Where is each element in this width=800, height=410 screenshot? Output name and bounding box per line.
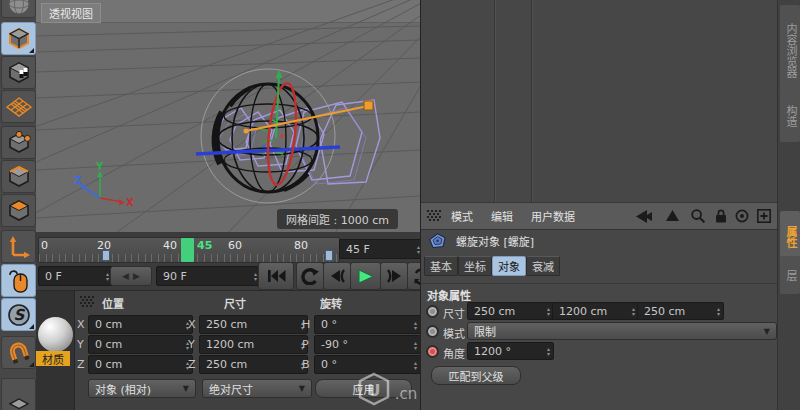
timeline: 0 20 40 60 80 45 45 F 0 F ◀▶ 90 F [36, 232, 420, 290]
size-y-field[interactable]: 1200 cm [199, 335, 308, 354]
menu-user-data[interactable]: 用户数据 [531, 208, 575, 224]
material-thumbnail[interactable] [38, 317, 73, 352]
attr-size-z-field[interactable]: 250 cm [637, 302, 724, 320]
prev-key-icon [301, 268, 319, 285]
spinner-icon[interactable] [547, 306, 550, 316]
rot-h-field[interactable]: 0 ° [314, 315, 421, 334]
tab-falloff[interactable]: 衰减 [526, 256, 560, 276]
tick-60: 60 [228, 239, 242, 252]
range-arrows-button[interactable]: ◀▶ [110, 266, 152, 286]
keyframe-dot-size[interactable] [426, 305, 439, 318]
search-icon[interactable] [691, 209, 705, 223]
apply-button[interactable]: 应用 [315, 379, 412, 398]
menu-edit[interactable]: 编辑 [491, 208, 513, 224]
goto-start-button[interactable] [258, 262, 294, 290]
pos-y-field[interactable]: 0 cm [88, 335, 193, 354]
tick-0: 0 [41, 239, 48, 252]
spinner-icon[interactable] [547, 346, 550, 356]
timeline-ruler[interactable]: 0 20 40 60 80 45 [38, 237, 340, 263]
object-manager-empty[interactable] [421, 0, 777, 202]
axis-mode-icon[interactable] [1, 230, 36, 263]
tab-content-browser[interactable]: 内容浏览器 [780, 5, 800, 95]
angle-field[interactable]: 1200 ° [467, 342, 554, 360]
tab-structure[interactable]: 构造 [780, 90, 800, 142]
workplane-mode-icon[interactable] [1, 90, 36, 123]
fit-to-parent-button[interactable]: 匹配到父级 [431, 366, 521, 385]
coordinate-manager: 材质 位置 尺寸 旋转 X 0 cm X 250 cm H 0 ° Y 0 cm… [36, 290, 420, 410]
position-mode-dropdown[interactable]: 对象 (相对)▼ [88, 379, 196, 398]
menu-mode[interactable]: 模式 [451, 208, 473, 224]
keyframe-dot-angle[interactable] [426, 345, 439, 358]
next-frame-button[interactable] [380, 262, 408, 290]
right-panel: 模式 编辑 用户数据 螺旋对象 [螺旋] 基本 坐标 对象 衰减 对象属性 尺寸… [420, 0, 800, 410]
size-mode-dropdown[interactable]: 绝对尺寸▼ [202, 379, 312, 398]
points-mode-icon[interactable] [1, 126, 36, 159]
render-view-icon[interactable] [1, 0, 36, 18]
magnet-tool-icon[interactable] [1, 336, 36, 369]
keyframe-dot-mode[interactable] [426, 325, 439, 338]
perspective-viewport[interactable]: Y Z X 透视视图 网格间距 : 1000 cm [36, 0, 420, 233]
spinner-icon[interactable] [414, 320, 417, 330]
tab-basic[interactable]: 基本 [424, 256, 458, 276]
attr-size-y-field[interactable]: 1200 cm [552, 302, 639, 320]
size-x-field[interactable]: 250 cm [199, 315, 308, 334]
spinner-icon[interactable] [717, 306, 720, 316]
spinner-icon[interactable] [254, 271, 257, 281]
prev-key-button[interactable] [296, 262, 324, 290]
spinner-icon[interactable] [414, 360, 417, 370]
tick-40: 40 [163, 239, 177, 252]
rot-b-field[interactable]: 0 ° [314, 355, 421, 374]
size-header: 尺寸 [224, 295, 246, 311]
attribute-menu-bar: 模式 编辑 用户数据 [421, 202, 777, 230]
tab-layers[interactable]: 层 [780, 256, 800, 294]
grid-spacing-chip: 网格间距 : 1000 cm [277, 209, 398, 229]
goto-start-icon [266, 269, 286, 283]
pos-x-field[interactable]: 0 cm [88, 315, 193, 334]
track-target-icon[interactable] [735, 209, 749, 223]
material-manager: 材质 [36, 291, 75, 410]
material-tab[interactable]: 材质 [36, 351, 70, 366]
drag-handle-icon[interactable] [80, 296, 94, 308]
spinner-icon[interactable] [414, 340, 417, 350]
current-frame-field[interactable]: 45 F [339, 239, 424, 259]
up-one-level-icon[interactable] [666, 210, 679, 223]
drag-handle-icon[interactable] [427, 210, 441, 222]
end-frame-field[interactable]: 90 F [156, 266, 261, 286]
start-frame-field[interactable]: 0 F [38, 266, 113, 286]
play-button[interactable] [350, 262, 381, 290]
object-title: 螺旋对象 [螺旋] [456, 233, 534, 249]
spinner-icon[interactable] [632, 306, 635, 316]
attr-size-x-field[interactable]: 250 cm [467, 302, 554, 320]
cinema4d-window: S [0, 0, 800, 410]
size-z-field[interactable]: 250 cm [199, 355, 308, 374]
snap-s-icon[interactable]: S [1, 298, 36, 331]
chevron-down-icon: ▼ [764, 327, 770, 336]
texture-mode-icon[interactable] [1, 56, 36, 89]
mode-dropdown[interactable]: 限制▼ [467, 322, 777, 340]
bottom-tool-partial-icon[interactable] [1, 378, 36, 410]
history-back-icon[interactable] [635, 210, 652, 223]
new-panel-icon[interactable] [757, 209, 771, 223]
lock-icon[interactable] [715, 209, 727, 223]
spline-end-handle[interactable] [364, 101, 373, 110]
pos-x-label: X [77, 318, 85, 331]
viewport-solo-icon[interactable] [1, 264, 36, 297]
keyframe-marker-20[interactable] [102, 250, 110, 261]
polygons-mode-icon[interactable] [1, 194, 36, 227]
model-mode-icon[interactable] [1, 22, 36, 55]
rot-p-field[interactable]: -90 ° [314, 335, 421, 354]
viewport-title-chip[interactable]: 透视视图 [41, 3, 101, 23]
viewport-canvas[interactable]: Y Z X [36, 0, 420, 232]
pos-z-field[interactable]: 0 cm [88, 355, 193, 374]
edges-mode-icon[interactable] [1, 160, 36, 193]
object-title-row: 螺旋对象 [螺旋] [421, 230, 777, 252]
spinner-icon[interactable] [106, 271, 109, 281]
tab-object[interactable]: 对象 [492, 256, 526, 276]
prev-frame-button[interactable] [323, 262, 351, 290]
right-arrow-icon: ▶ [133, 271, 140, 281]
playhead[interactable] [181, 238, 194, 262]
tab-coordinates[interactable]: 坐标 [458, 256, 492, 276]
keyframe-marker-88[interactable] [325, 250, 333, 261]
svg-text:S: S [13, 306, 25, 324]
size-z-label: Z [188, 358, 196, 371]
